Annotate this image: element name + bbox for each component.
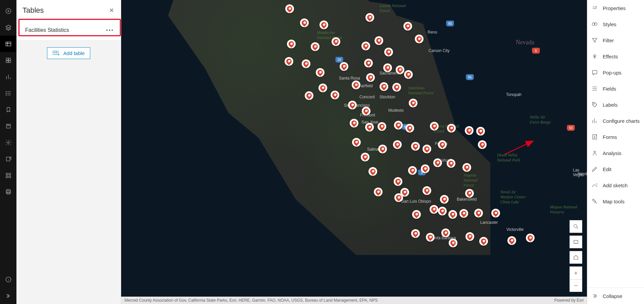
rail-save-icon[interactable] bbox=[0, 118, 16, 134]
fire-marker-icon[interactable] bbox=[447, 159, 455, 168]
rail-legend-icon[interactable] bbox=[0, 85, 16, 101]
rail-charts-icon[interactable] bbox=[0, 68, 16, 85]
fire-marker-icon[interactable] bbox=[415, 35, 424, 43]
fire-marker-icon[interactable] bbox=[421, 164, 430, 173]
fire-marker-icon[interactable] bbox=[449, 239, 457, 247]
fire-marker-icon[interactable] bbox=[430, 122, 439, 131]
search-icon[interactable] bbox=[569, 220, 582, 233]
fire-marker-icon[interactable] bbox=[350, 119, 358, 128]
fire-marker-icon[interactable] bbox=[476, 127, 485, 136]
fire-marker-icon[interactable] bbox=[384, 48, 393, 56]
rail-tables-icon[interactable] bbox=[0, 36, 16, 52]
fire-marker-icon[interactable] bbox=[409, 99, 417, 107]
fire-marker-icon[interactable] bbox=[403, 22, 412, 31]
fire-marker-icon[interactable] bbox=[364, 59, 373, 67]
rail-apps-icon[interactable] bbox=[0, 167, 16, 184]
fire-marker-icon[interactable] bbox=[394, 177, 402, 186]
fire-marker-icon[interactable] bbox=[405, 124, 414, 133]
fire-marker-icon[interactable] bbox=[478, 140, 487, 149]
fire-marker-icon[interactable] bbox=[340, 62, 348, 71]
fire-marker-icon[interactable] bbox=[361, 42, 370, 50]
fire-marker-icon[interactable] bbox=[412, 210, 421, 219]
rail-add-icon[interactable] bbox=[0, 3, 16, 19]
rail-share-icon[interactable] bbox=[0, 151, 16, 167]
fire-marker-icon[interactable] bbox=[491, 209, 500, 217]
rp-pop-ups[interactable]: Pop-ups bbox=[587, 64, 644, 81]
rp-analysis[interactable]: Analysis bbox=[587, 145, 644, 161]
fire-marker-icon[interactable] bbox=[411, 142, 420, 151]
fire-marker-icon[interactable] bbox=[366, 73, 375, 82]
fire-marker-icon[interactable] bbox=[404, 70, 413, 79]
fire-marker-icon[interactable] bbox=[433, 158, 442, 167]
rp-styles[interactable]: Styles bbox=[587, 16, 644, 32]
fire-marker-icon[interactable] bbox=[393, 140, 402, 149]
fire-marker-icon[interactable] bbox=[423, 186, 431, 195]
fire-marker-icon[interactable] bbox=[465, 232, 474, 241]
fire-marker-icon[interactable] bbox=[368, 167, 377, 176]
rp-properties[interactable]: Properties bbox=[587, 0, 644, 16]
fire-marker-icon[interactable] bbox=[305, 91, 313, 100]
fire-marker-icon[interactable] bbox=[332, 37, 340, 46]
fire-marker-icon[interactable] bbox=[380, 82, 388, 91]
fire-marker-icon[interactable] bbox=[300, 18, 309, 27]
measure-icon[interactable] bbox=[569, 236, 582, 248]
fire-marker-icon[interactable] bbox=[474, 209, 483, 217]
fire-marker-icon[interactable] bbox=[287, 40, 296, 48]
fire-marker-icon[interactable] bbox=[318, 84, 327, 92]
fire-marker-icon[interactable] bbox=[302, 59, 310, 68]
fire-marker-icon[interactable] bbox=[396, 65, 404, 74]
fire-marker-icon[interactable] bbox=[479, 237, 488, 246]
fire-marker-icon[interactable] bbox=[331, 91, 339, 99]
fire-marker-icon[interactable] bbox=[448, 210, 457, 219]
fire-marker-icon[interactable] bbox=[316, 68, 325, 77]
fire-marker-icon[interactable] bbox=[365, 123, 374, 132]
rail-bookmark-icon[interactable] bbox=[0, 101, 16, 118]
fire-marker-icon[interactable] bbox=[378, 122, 386, 131]
rp-add-sketch[interactable]: Add sketch bbox=[587, 177, 644, 193]
fire-marker-icon[interactable] bbox=[462, 163, 471, 172]
fire-marker-icon[interactable] bbox=[400, 188, 409, 197]
collapse-button[interactable]: Collapse bbox=[587, 288, 644, 304]
zoom-out-icon[interactable] bbox=[569, 279, 582, 292]
fire-marker-icon[interactable] bbox=[352, 138, 361, 147]
rp-map-tools[interactable]: Map tools bbox=[587, 193, 644, 209]
table-item-facilities[interactable]: Facilities Statistics ••• bbox=[16, 20, 121, 40]
rp-fields[interactable]: Fields bbox=[587, 81, 644, 97]
fire-marker-icon[interactable] bbox=[348, 101, 357, 109]
fire-marker-icon[interactable] bbox=[438, 140, 447, 149]
rail-settings-icon[interactable] bbox=[0, 134, 16, 151]
rp-configure-charts[interactable]: Configure charts bbox=[587, 113, 644, 129]
fire-marker-icon[interactable] bbox=[408, 166, 417, 175]
fire-marker-icon[interactable] bbox=[459, 209, 468, 218]
rp-filter[interactable]: Filter bbox=[587, 32, 644, 48]
home-icon[interactable] bbox=[569, 251, 582, 264]
fire-marker-icon[interactable] bbox=[507, 236, 516, 245]
fire-marker-icon[interactable] bbox=[383, 63, 392, 72]
fire-marker-icon[interactable] bbox=[392, 83, 401, 92]
fire-marker-icon[interactable] bbox=[361, 153, 369, 161]
more-options-icon[interactable]: ••• bbox=[106, 28, 114, 33]
rail-expand-icon[interactable] bbox=[0, 288, 16, 304]
rail-basemap-icon[interactable] bbox=[0, 52, 16, 68]
rp-labels[interactable]: Labels bbox=[587, 97, 644, 113]
map-viewport[interactable]: RenoCarson CitySacramentoSanta RosaFairf… bbox=[121, 0, 587, 304]
fire-marker-icon[interactable] bbox=[465, 189, 474, 198]
fire-marker-icon[interactable] bbox=[375, 36, 383, 45]
rp-edit[interactable]: Edit bbox=[587, 161, 644, 177]
fire-marker-icon[interactable] bbox=[440, 195, 449, 204]
fire-marker-icon[interactable] bbox=[378, 145, 387, 153]
rail-print-icon[interactable] bbox=[0, 184, 16, 200]
fire-marker-icon[interactable] bbox=[430, 205, 438, 214]
fire-marker-icon[interactable] bbox=[311, 42, 319, 51]
fire-marker-icon[interactable] bbox=[285, 57, 293, 66]
fire-marker-icon[interactable] bbox=[374, 188, 383, 196]
fire-marker-icon[interactable] bbox=[526, 234, 535, 242]
rp-forms[interactable]: Forms bbox=[587, 129, 644, 145]
fire-marker-icon[interactable] bbox=[441, 229, 450, 237]
fire-marker-icon[interactable] bbox=[438, 207, 447, 215]
rp-effects[interactable]: Effects bbox=[587, 48, 644, 64]
zoom-in-icon[interactable] bbox=[569, 266, 582, 279]
fire-marker-icon[interactable] bbox=[426, 233, 435, 242]
fire-marker-icon[interactable] bbox=[423, 145, 431, 153]
fire-marker-icon[interactable] bbox=[365, 13, 374, 22]
